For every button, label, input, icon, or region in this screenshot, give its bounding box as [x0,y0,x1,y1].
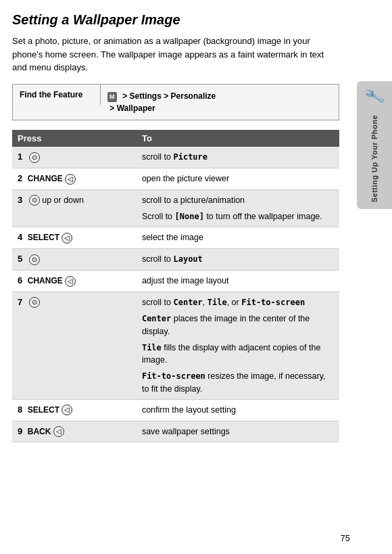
find-feature-label: Find the Feature [13,85,101,105]
press-cell: 4 SELECT ◁ [12,227,137,249]
nav-circle-icon: ⊙ [29,297,40,308]
steps-table: Press To 1 ⊙ scroll to Picture [12,130,339,442]
to-cell: scroll to Picture [137,147,339,168]
intro-text: Set a photo, picture, or animation as a … [12,34,339,74]
to-cell: save wallpaper settings [137,421,339,442]
select-icon: ◁ [62,233,72,244]
table-row: 7 ⊙ scroll to Center, Tile, or Fit-to-sc… [12,292,339,399]
menu-icon: M [107,92,117,103]
table-row: 6 CHANGE ◁ adjust the image layout [12,270,339,292]
press-cell: 7 ⊙ [12,292,137,399]
table-row: 5 ⊙ scroll to Layout [12,249,339,271]
table-row: 2 CHANGE ◁ open the picture viewer [12,168,339,189]
to-cell: confirm the layout setting [137,399,339,421]
change-icon: ◁ [65,174,76,185]
table-row: 9 BACK ◁ save wallpaper settings [12,421,339,442]
page-number: 75 [341,533,350,543]
back-icon: ◁ [53,426,64,437]
table-row: 4 SELECT ◁ select the image [12,227,339,249]
table-row: 8 SELECT ◁ confirm the layout setting [12,399,339,421]
nav-circle-icon: ⊙ [29,195,40,206]
find-feature-path: > Settings > Personalize > Wallpaper [107,91,216,114]
col-to-header: To [137,130,339,147]
table-row: 1 ⊙ scroll to Picture [12,147,339,168]
to-cell: scroll to Center, Tile, or Fit-to-screen… [137,292,339,399]
find-feature-value: M > Settings > Personalize > Wallpaper [101,85,222,120]
press-cell: 3 ⊙ up or down [12,189,137,227]
nav-circle-icon: ⊙ [29,152,40,163]
select-icon: ◁ [62,405,72,415]
to-cell: select the image [137,227,339,249]
find-feature-box: Find the Feature M > Settings > Personal… [12,84,339,121]
nav-circle-icon: ⊙ [29,254,40,265]
press-cell: 1 ⊙ [12,147,137,168]
press-cell: 9 BACK ◁ [12,421,137,442]
press-cell: 6 CHANGE ◁ [12,270,137,292]
to-cell: adjust the image layout [137,270,339,292]
table-row: 3 ⊙ up or down scroll to a picture/anima… [12,189,339,227]
to-cell: scroll to a picture/animation Scroll to … [137,189,339,227]
press-cell: 5 ⊙ [12,249,137,271]
col-press-header: Press [12,130,137,147]
to-cell: scroll to Layout [137,249,339,271]
press-cell: 2 CHANGE ◁ [12,168,137,189]
page-title: Setting a Wallpaper Image [12,12,339,28]
change-icon: ◁ [65,276,76,287]
press-cell: 8 SELECT ◁ [12,399,137,421]
to-cell: open the picture viewer [137,168,339,189]
table-header-row: Press To [12,130,339,147]
